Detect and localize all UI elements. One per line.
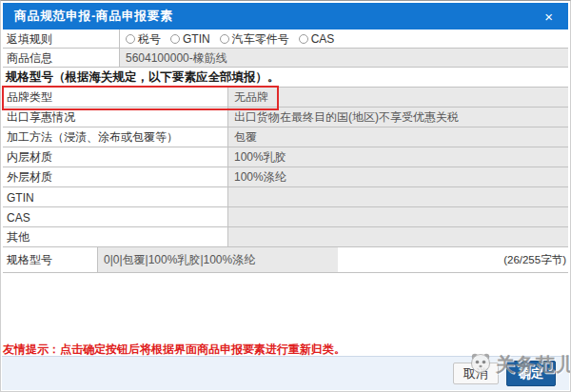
radio-icon <box>126 34 135 44</box>
element-row-cas: CAS <box>3 207 568 227</box>
element-value-field[interactable]: 100%涤纶 <box>228 167 568 186</box>
radio-label: CAS <box>311 32 335 46</box>
element-row-export-preference: 出口享惠情况 出口货物在最终目的国(地区)不享受优惠关税 <box>3 108 568 127</box>
radio-group: 税号 GTIN 汽车零件号 CAS <box>126 31 334 48</box>
element-label: GTIN <box>3 187 228 206</box>
element-value-field[interactable]: 无品牌 <box>228 88 568 107</box>
cancel-button[interactable]: 取消 <box>453 363 499 384</box>
title-bar: 商品规范申报-商品申报要素 × <box>3 3 568 29</box>
element-value-field[interactable]: 包覆 <box>228 127 568 147</box>
radio-gtin[interactable]: GTIN <box>170 32 210 46</box>
element-label: 品牌类型 <box>3 88 228 107</box>
spec-model-value-field[interactable]: 0|0|包覆|100%乳胶|100%涤纶 <box>98 247 338 272</box>
radio-icon <box>220 34 229 44</box>
declaration-form-table: 返填规则 税号 GTIN 汽车零件号 <box>3 29 568 273</box>
product-info-value: 5604100000-橡筋线 <box>120 49 568 67</box>
product-info-row: 商品信息 5604100000-橡筋线 <box>3 49 568 68</box>
refill-rule-label: 返填规则 <box>3 29 120 48</box>
element-row-outer-material: 外层材质 100%涤纶 <box>3 167 568 187</box>
radio-label: 税号 <box>138 31 161 48</box>
element-value-field[interactable] <box>228 227 568 246</box>
element-label: CAS <box>3 207 228 226</box>
declaration-elements-dialog: 商品规范申报-商品申报要素 × 返填规则 税号 GTIN <box>0 0 571 392</box>
radio-label: 汽车零件号 <box>232 31 289 48</box>
confirm-button[interactable]: 确定 <box>506 361 556 386</box>
radio-tax-number[interactable]: 税号 <box>126 31 161 48</box>
element-row-gtin: GTIN <box>3 187 568 207</box>
radio-icon <box>299 34 308 44</box>
spacer <box>1 273 570 343</box>
element-value-field[interactable] <box>228 187 568 206</box>
element-label: 出口享惠情况 <box>3 108 228 127</box>
element-row-brand-type: 品牌类型 无品牌 <box>3 88 568 108</box>
element-label: 外层材质 <box>3 167 228 186</box>
element-label: 其他 <box>3 227 228 246</box>
dialog-title: 商品规范申报-商品申报要素 <box>14 8 173 25</box>
element-row-other: 其他 <box>3 227 568 247</box>
byte-counter: (26/255字节) <box>338 247 568 272</box>
refill-rule-options: 税号 GTIN 汽车零件号 CAS <box>120 29 568 48</box>
element-row-inner-material: 内层材质 100%乳胶 <box>3 147 568 167</box>
refill-rule-row: 返填规则 税号 GTIN 汽车零件号 <box>3 29 568 49</box>
element-value-field[interactable] <box>228 207 568 226</box>
radio-cas[interactable]: CAS <box>299 32 335 46</box>
close-icon[interactable]: × <box>541 8 557 26</box>
radio-label: GTIN <box>183 32 210 46</box>
spec-model-label: 规格型号 <box>3 247 98 272</box>
product-info-label: 商品信息 <box>3 49 120 67</box>
element-value-field[interactable]: 出口货物在最终目的国(地区)不享受优惠关税 <box>228 108 568 127</box>
element-label: 内层材质 <box>3 147 228 167</box>
spec-model-row: 规格型号 0|0|包覆|100%乳胶|100%涤纶 (26/255字节) <box>3 247 568 273</box>
element-label: 加工方法（浸渍、涂布或包覆等） <box>3 127 228 147</box>
radio-auto-part-number[interactable]: 汽车零件号 <box>220 31 289 48</box>
footer-bar: 取消 确定 <box>2 356 569 390</box>
element-row-processing-method: 加工方法（浸渍、涂布或包覆等） 包覆 <box>3 127 568 147</box>
element-value-field[interactable]: 100%乳胶 <box>228 147 568 167</box>
spec-section-header: 规格型号（根据海关规定，以下要素应全部填报）。 <box>3 68 568 88</box>
friendly-hint-text: 友情提示：点击确定按钮后将根据界面商品申报要素进行重新归类。 <box>3 343 570 356</box>
radio-icon <box>170 34 180 44</box>
